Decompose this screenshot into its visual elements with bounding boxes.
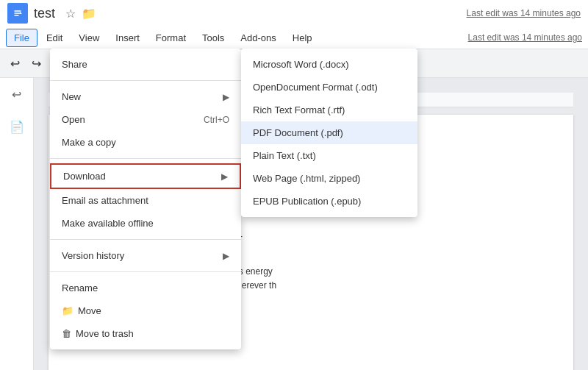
title-bar: test ☆ 📁 Last edit was 14 minutes ago [0, 0, 588, 26]
menu-edit[interactable]: Edit [39, 29, 70, 46]
version-label: Version history [62, 250, 124, 261]
menu-item-download[interactable]: Download ▶ [50, 163, 241, 189]
open-label: Open [62, 114, 85, 125]
file-menu-sep-2 [50, 158, 241, 159]
new-arrow: ▶ [223, 92, 229, 102]
last-edit-text: Last edit was 14 minutes ago [467, 8, 581, 18]
version-arrow: ▶ [223, 251, 229, 261]
menu-tools[interactable]: Tools [195, 29, 232, 46]
file-menu-sep-1 [50, 80, 241, 81]
menu-item-version[interactable]: Version history ▶ [50, 244, 241, 267]
sidebar-icon-undo[interactable]: ↩ [8, 85, 26, 103]
download-label: Download [63, 171, 106, 182]
new-label: New [62, 91, 81, 102]
menu-item-trash[interactable]: 🗑 Move to trash [50, 322, 241, 345]
menu-addons[interactable]: Add-ons [233, 29, 283, 46]
app-icon [7, 3, 28, 24]
submenu-html[interactable]: Web Page (.html, zipped) [241, 167, 417, 190]
menu-item-copy[interactable]: Make a copy [50, 131, 241, 154]
redo-button[interactable]: ↪ [27, 54, 46, 74]
document-title[interactable]: test [34, 6, 55, 21]
copy-label: Make a copy [62, 137, 116, 148]
offline-label: Make available offline [62, 218, 154, 229]
submenu-epub[interactable]: EPUB Publication (.epub) [241, 190, 417, 213]
menu-item-open[interactable]: Open Ctrl+O [50, 108, 241, 131]
menu-insert[interactable]: Insert [108, 29, 147, 46]
folder-icon[interactable]: 📁 [82, 7, 96, 21]
undo-button[interactable]: ↩ [6, 54, 24, 74]
svg-rect-3 [15, 15, 19, 16]
submenu-docx[interactable]: Microsoft Word (.docx) [241, 53, 417, 76]
file-menu-dropdown: Share New ▶ Open Ctrl+O Make a copy Down… [50, 49, 241, 349]
email-label: Email as attachment [62, 195, 148, 206]
menu-item-email[interactable]: Email as attachment [50, 189, 241, 212]
download-submenu: Microsoft Word (.docx) OpenDocument Form… [241, 49, 417, 217]
menu-item-share[interactable]: Share [50, 53, 241, 76]
menu-item-new[interactable]: New ▶ [50, 85, 241, 108]
move-folder-icon: 📁 [62, 305, 74, 316]
submenu-txt[interactable]: Plain Text (.txt) [241, 144, 417, 167]
share-label: Share [62, 59, 87, 70]
file-menu-sep-4 [50, 271, 241, 272]
menu-format[interactable]: Format [148, 29, 193, 46]
sidebar-icon-doc[interactable]: 📄 [8, 118, 26, 135]
menu-item-move[interactable]: 📁 Move [50, 299, 241, 322]
menu-item-rename[interactable]: Rename [50, 277, 241, 299]
star-icon[interactable]: ☆ [65, 7, 76, 21]
menu-item-offline[interactable]: Make available offline [50, 212, 241, 235]
svg-rect-1 [15, 10, 21, 12]
download-arrow: ▶ [221, 171, 228, 182]
file-menu-sep-3 [50, 239, 241, 240]
menu-file[interactable]: File [6, 29, 37, 47]
submenu-odt[interactable]: OpenDocument Format (.odt) [241, 76, 417, 99]
menu-help[interactable]: Help [285, 29, 320, 46]
trash-icon: 🗑 [62, 328, 71, 339]
submenu-rtf[interactable]: Rich Text Format (.rtf) [241, 99, 417, 121]
last-edit-menubar: Last edit was 14 minutes ago [468, 32, 582, 43]
move-label: Move [78, 305, 101, 316]
menu-view[interactable]: View [71, 29, 107, 46]
left-sidebar: ↩ 📄 [0, 78, 34, 370]
submenu-pdf[interactable]: PDF Document (.pdf) [241, 121, 417, 144]
menu-bar: File Edit View Insert Format Tools Add-o… [0, 26, 588, 49]
open-shortcut: Ctrl+O [204, 115, 229, 125]
rename-label: Rename [62, 282, 98, 293]
trash-label: Move to trash [76, 328, 134, 339]
